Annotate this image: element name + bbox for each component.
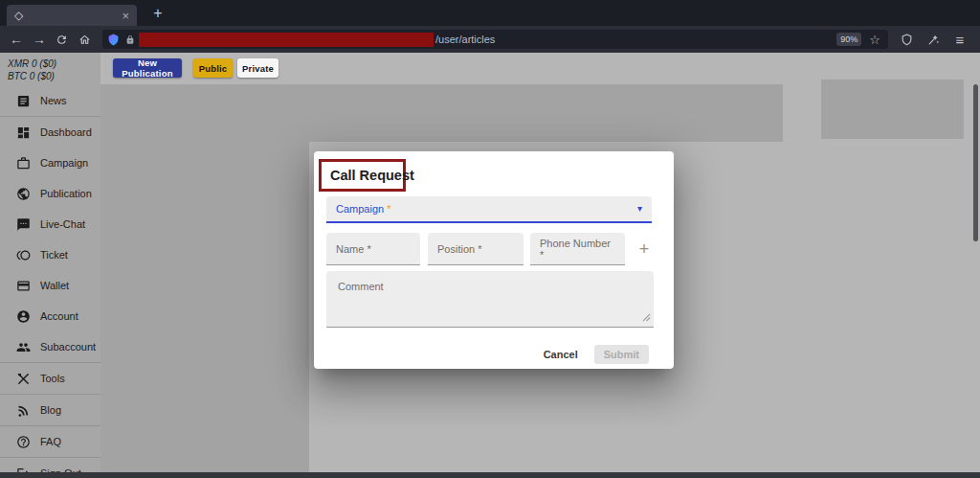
name-field[interactable]: Name *	[326, 233, 420, 265]
browser-tab[interactable]: ◇ ×	[7, 5, 137, 26]
dialog-actions: Cancel Submit	[539, 345, 649, 364]
browser-toolbar: ← → /user/articles 90% ☆	[0, 26, 980, 53]
sidebar-item-label: Blog	[40, 404, 61, 416]
sidebar-item-label: Ticket	[40, 249, 68, 261]
bookmark-star-icon[interactable]: ☆	[869, 33, 880, 47]
home-button[interactable]	[74, 29, 95, 50]
new-tab-button[interactable]: +	[148, 4, 167, 23]
campaign-select[interactable]: Campaign * ▾	[326, 196, 652, 223]
sidebar-item-subaccount[interactable]: Subaccount	[0, 331, 100, 362]
sidebar-item-faq[interactable]: FAQ	[0, 426, 100, 457]
news-icon	[16, 94, 31, 108]
forward-button[interactable]: →	[29, 29, 50, 50]
lock-icon[interactable]	[125, 34, 135, 45]
sidebar-item-publication[interactable]: Publication	[0, 178, 100, 209]
browser-window: ◇ × + ← → /us	[0, 0, 980, 478]
position-field[interactable]: Position *	[428, 233, 523, 265]
shield-icon[interactable]	[896, 29, 917, 50]
menu-icon[interactable]: ≡	[949, 29, 970, 50]
chevron-down-icon[interactable]: ▾	[637, 204, 642, 214]
xmr-balance: XMR 0 ($0)	[8, 57, 100, 70]
tab-bar: ◇ × +	[0, 0, 980, 26]
sidebar-item-live-chat[interactable]: Live-Chat	[0, 209, 100, 239]
vertical-scrollbar-thumb[interactable]	[973, 84, 978, 241]
sidebar-item-label: Campaign	[40, 157, 88, 169]
sidebar-item-label: FAQ	[40, 436, 61, 447]
address-bar[interactable]: /user/articles 90% ☆	[102, 30, 888, 49]
annotation-highlight-box: Call Request	[319, 159, 406, 192]
btc-balance: BTC 0 ($0)	[8, 70, 100, 82]
sidebar-item-label: Tools	[40, 373, 65, 384]
comment-label: Comment	[338, 281, 384, 292]
call-request-dialog: Call Request Campaign * ▾ Name * Positio…	[314, 151, 674, 369]
sidebar-item-blog[interactable]: Blog	[0, 395, 100, 425]
sidebar-item-label: Live-Chat	[40, 218, 85, 230]
tab-favicon-icon: ◇	[14, 10, 23, 21]
sidebar-item-ticket[interactable]: Ticket	[0, 239, 100, 270]
faq-icon	[16, 435, 31, 449]
new-publication-button[interactable]: New Publication	[113, 58, 182, 78]
tracking-protection-shield-icon[interactable]	[107, 34, 120, 46]
ticket-icon	[16, 248, 31, 262]
window-bottom-edge	[0, 472, 980, 478]
live-chat-icon	[16, 217, 31, 232]
tools-icon	[16, 372, 31, 386]
blog-icon	[16, 403, 31, 418]
comment-textarea[interactable]: Comment	[326, 271, 654, 328]
dashboard-icon	[16, 125, 31, 140]
url-path[interactable]: /user/articles	[435, 34, 495, 45]
reload-button[interactable]	[51, 29, 72, 50]
wallet-icon	[16, 279, 31, 293]
sidebar-item-dashboard[interactable]: Dashboard	[0, 117, 100, 148]
subaccount-icon	[16, 340, 31, 354]
sidebar-nav: News Dashboard Campaign Publication	[0, 85, 100, 478]
sidebar-item-label: News	[40, 95, 67, 106]
sidebar-item-label: Publication	[40, 188, 92, 199]
sidebar-item-label: Account	[40, 310, 78, 322]
campaign-icon	[16, 156, 31, 171]
page-zoom-badge[interactable]: 90%	[836, 33, 861, 46]
public-tab-button[interactable]: Public	[193, 58, 233, 78]
sidebar-item-tools[interactable]: Tools	[0, 363, 100, 394]
sidebar-item-label: Wallet	[40, 280, 69, 291]
sidebar-item-wallet[interactable]: Wallet	[0, 270, 100, 301]
private-tab-button[interactable]: Private	[237, 58, 278, 78]
back-button[interactable]: ←	[6, 29, 27, 50]
sidebar-item-label: Subaccount	[40, 341, 96, 353]
cancel-button[interactable]: Cancel	[539, 345, 583, 364]
wallet-balances: XMR 0 ($0) BTC 0 ($0)	[0, 53, 100, 84]
account-icon	[16, 309, 31, 324]
required-marker: *	[387, 203, 390, 215]
redacted-url-segment	[139, 33, 434, 47]
sidebar-item-news[interactable]: News	[0, 85, 100, 116]
dialog-title: Call Request	[330, 168, 414, 183]
publication-icon	[16, 187, 31, 201]
content-placeholder-block	[100, 84, 783, 142]
add-row-button[interactable]: +	[634, 239, 655, 260]
sidebar-item-label: Dashboard	[40, 126, 92, 138]
sidebar: XMR 0 ($0) BTC 0 ($0) News Dashboard Cam…	[0, 53, 100, 472]
resize-handle-icon[interactable]	[642, 312, 651, 324]
submit-button[interactable]: Submit	[594, 345, 649, 364]
campaign-select-label: Campaign	[336, 203, 384, 215]
toolbar-right-group: ≡	[896, 29, 980, 50]
broom-icon[interactable]	[923, 29, 944, 50]
content-placeholder-block	[100, 142, 309, 472]
sidebar-item-account[interactable]: Account	[0, 301, 100, 331]
content-placeholder-block	[821, 80, 964, 139]
sidebar-item-campaign[interactable]: Campaign	[0, 148, 100, 178]
tab-close-icon[interactable]: ×	[122, 10, 129, 22]
phone-number-field[interactable]: Phone Number *	[530, 233, 625, 265]
